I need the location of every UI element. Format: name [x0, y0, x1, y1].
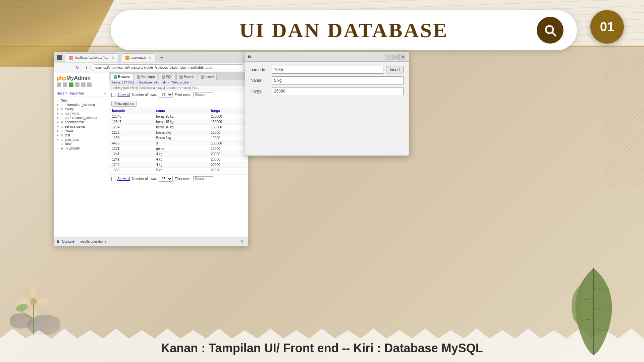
- show-all-btn-top[interactable]: Show all: [117, 93, 130, 97]
- breadcrumb-table[interactable]: Table: produk: [171, 81, 189, 84]
- filter-rows-label-bottom: Filter rows:: [175, 177, 191, 181]
- cell-barcode-7: 1241: [109, 152, 153, 157]
- floral-decor-left: [3, 268, 64, 342]
- show-all-btn-bottom[interactable]: Show all: [117, 177, 130, 181]
- table-row: 12346beras 25 kg250000: [109, 114, 248, 119]
- forward-button[interactable]: →: [65, 64, 72, 71]
- pma-icon-3[interactable]: [69, 82, 73, 87]
- rows-select-top[interactable]: 25: [159, 92, 173, 98]
- pma-tab-browse[interactable]: Browse: [111, 74, 133, 80]
- address-input[interactable]: [92, 64, 245, 71]
- new-tab-button[interactable]: +: [158, 54, 166, 62]
- tab-phpmyadmin[interactable]: localhost / 127.0.0.1 / toko_indo ... ✕: [65, 53, 118, 62]
- pma-icon-4[interactable]: [75, 82, 79, 87]
- cell-nama-2: beras 10 kg: [153, 125, 208, 130]
- pma-tab-search[interactable]: Search: [176, 74, 198, 80]
- tk-harga-input[interactable]: [272, 87, 404, 95]
- tab-close-jupyter[interactable]: ✕: [148, 56, 151, 60]
- db-mysql[interactable]: ▶ ⊞ mysql: [55, 107, 108, 111]
- pma-tab-structure[interactable]: Structure: [134, 74, 158, 80]
- show-all-checkbox-bottom[interactable]: [111, 177, 115, 181]
- search-button[interactable]: [537, 17, 564, 44]
- tab-favicon-phpmyadmin: [69, 56, 73, 60]
- expand-toko-indo: ▼: [56, 138, 59, 141]
- settings-button[interactable]: ⚙: [238, 238, 245, 245]
- pma-icon-2[interactable]: [63, 82, 67, 87]
- table-header-row: barcode nama harga: [109, 108, 248, 114]
- refresh-button[interactable]: ↻: [74, 64, 81, 71]
- info-button[interactable]: ℹ: [83, 64, 90, 71]
- new-top-label: New: [61, 99, 67, 102]
- filter-rows-label-top: Filter rows:: [175, 93, 191, 97]
- console-bar: Console results operations ⚙: [54, 237, 248, 246]
- table-row: 1231gemel13000: [109, 146, 248, 152]
- tk-harga-row: Harga: [251, 87, 404, 95]
- cell-barcode-4: 1235: [109, 135, 153, 141]
- bottom-caption: Kanan : Tampilan UI/ Front end -- Kiri :…: [0, 341, 644, 355]
- cell-barcode-6: 1231: [109, 146, 153, 152]
- recent-link[interactable]: Recent: [57, 92, 67, 95]
- console-label[interactable]: Console: [62, 240, 74, 243]
- filter-input-top[interactable]: [193, 92, 213, 97]
- cell-barcode-1: 12347: [109, 119, 153, 125]
- toko-new-label: New: [65, 142, 71, 146]
- col-header-nama[interactable]: nama: [153, 108, 208, 114]
- favorites-link[interactable]: Favorites: [70, 92, 84, 95]
- pma-icon-5[interactable]: [81, 82, 86, 87]
- db-toko-produk[interactable]: ▶ ☷ produk: [55, 146, 108, 150]
- col-header-harga[interactable]: harga: [208, 108, 248, 114]
- db-toko-new[interactable]: ✦ New: [55, 142, 108, 146]
- col-header-barcode[interactable]: barcode: [109, 108, 153, 114]
- database-tree: New ▶ ⊞ information_schema ▶ ⊞ mysql ▶: [54, 97, 109, 152]
- tab-jupyter[interactable]: JupyterLab ✕: [121, 53, 155, 62]
- db-phpmyadmin[interactable]: ▶ ⊞ phpmyadmin: [55, 120, 108, 124]
- tk-minimize-btn[interactable]: −: [385, 54, 391, 60]
- expand-icon[interactable]: ⇔: [104, 92, 106, 95]
- filter-input-bottom[interactable]: [193, 176, 213, 181]
- tk-nama-input[interactable]: [272, 76, 404, 84]
- extra-options-btn[interactable]: Extra options: [111, 101, 137, 107]
- pma-search-icon: [179, 75, 183, 79]
- expand-perf-schema: ▶: [56, 116, 59, 120]
- db-name-phpmyadmin: phpmyadmin: [65, 120, 84, 124]
- db-service-siswa[interactable]: ▶ ⊞ service siswa: [55, 124, 108, 129]
- db-icon-service: ⊞: [61, 125, 63, 128]
- pma-tab-insert[interactable]: Insert: [198, 74, 217, 80]
- structure-icon: [137, 75, 140, 79]
- cell-nama-7: 4 kg: [153, 152, 208, 157]
- db-northwind[interactable]: ▶ ⊞ northwind: [55, 111, 108, 116]
- expand-siswa: ▶: [56, 129, 59, 133]
- db-information-schema[interactable]: ▶ ⊞ information_schema: [55, 103, 108, 107]
- tab-close-phpmyadmin[interactable]: ✕: [111, 56, 114, 60]
- cell-harga-4: 10000: [208, 135, 248, 141]
- new-database-item[interactable]: New: [55, 98, 108, 103]
- results-label: results operations: [80, 240, 106, 243]
- tk-window: tk − □ ✕ barcode Insert Nama Harga: [245, 52, 409, 156]
- tk-insert-btn[interactable]: Insert: [386, 66, 404, 73]
- breadcrumb-server[interactable]: Server: 127.0.0.1: [111, 81, 135, 84]
- pma-tab-sql[interactable]: SQL: [159, 74, 176, 80]
- expand-mysql: ▶: [56, 108, 59, 111]
- show-all-checkbox-top[interactable]: [111, 93, 115, 97]
- table-controls-bottom: Show all Number of rows: 25 Filter rows:: [109, 174, 248, 183]
- data-table: barcode nama harga 12346beras 25 kg25000…: [109, 108, 248, 173]
- db-test[interactable]: ▶ ⊞ test: [55, 133, 108, 137]
- expand-produk: ▶: [61, 147, 64, 150]
- back-button[interactable]: ←: [57, 64, 63, 71]
- svg-point-11: [30, 298, 37, 305]
- rows-select-bottom[interactable]: 25: [159, 176, 173, 182]
- cell-barcode-9: 1242: [109, 162, 153, 168]
- db-performance-schema[interactable]: ▶ ⊞ performance_schema: [55, 116, 108, 120]
- breadcrumb-database[interactable]: Database: toko_indo: [139, 81, 167, 84]
- tk-close-btn[interactable]: ✕: [399, 54, 406, 60]
- tk-barcode-input[interactable]: [272, 66, 383, 74]
- table-row: 15355 kg25000: [109, 168, 248, 173]
- cell-barcode-10: 1535: [109, 168, 153, 173]
- db-siswa[interactable]: ▶ ⊞ siswa: [55, 129, 108, 133]
- db-toko-indo[interactable]: ▼ ⊟ toko_indo: [55, 137, 108, 142]
- pma-icon-6[interactable]: [87, 82, 92, 87]
- tk-body: barcode Insert Nama Harga: [245, 62, 409, 102]
- pma-icon-home[interactable]: [57, 82, 61, 87]
- tk-restore-btn[interactable]: □: [392, 54, 399, 60]
- table-row: 12348beras 10 kg100000: [109, 125, 248, 130]
